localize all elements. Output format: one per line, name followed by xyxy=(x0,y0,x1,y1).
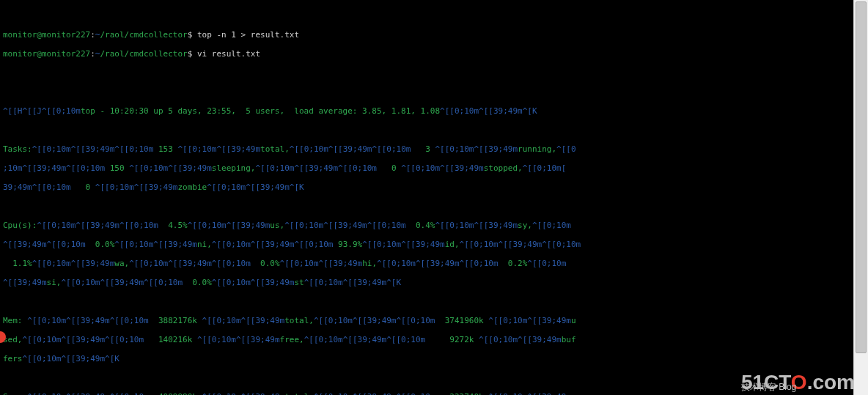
shell-prompt-1: monitor@monitor227:~/raol/cmdcollector$ … xyxy=(3,30,850,40)
cpu-line-4: ^[[39;49msi,^[[0;10m^[[39;49m^[[0;10m 0.… xyxy=(3,278,850,287)
cpu-line-3: 1.1%^[[0;10m^[[39;49mwa,^[[0;10m^[[39;49… xyxy=(3,259,850,268)
mem-line-3: fers^[[0;10m^[[39;49m^[K xyxy=(3,354,850,363)
tasks-line-2: ;10m^[[39;49m^[[0;10m 150 ^[[0;10m^[[39;… xyxy=(3,163,850,173)
mem-line: Mem: ^[[0;10m^[[39;49m^[[0;10m 3882176k … xyxy=(3,316,850,325)
swap-line: Swap:^[[0;10m^[[39;49m^[[0;10m 4009980k … xyxy=(3,392,850,395)
tasks-line: Tasks:^[[0;10m^[[39;49m^[[0;10m 153 ^[[0… xyxy=(3,144,850,154)
shell-prompt-2: monitor@monitor227:~/raol/cmdcollector$ … xyxy=(3,49,850,59)
tasks-line-3: 39;49m^[[0;10m 0 ^[[0;10m^[[39;49mzombie… xyxy=(3,182,850,192)
scroll-thumb[interactable] xyxy=(856,1,867,353)
top-header-line: ^[[H^[[J^[[0;10mtop - 10:20:30 up 5 days… xyxy=(3,106,850,116)
mem-line-2: sed,^[[0;10m^[[39;49m^[[0;10m 140216k ^[… xyxy=(3,335,850,344)
terminal-window[interactable]: monitor@monitor227:~/raol/cmdcollector$ … xyxy=(0,0,853,395)
cpu-line: Cpu(s):^[[0;10m^[[39;49m^[[0;10m 4.5%^[[… xyxy=(3,221,850,230)
cpu-line-2: ^[[39;49m^[[0;10m 0.0%^[[0;10m^[[39;49mn… xyxy=(3,240,850,249)
vertical-scrollbar[interactable] xyxy=(853,0,868,395)
